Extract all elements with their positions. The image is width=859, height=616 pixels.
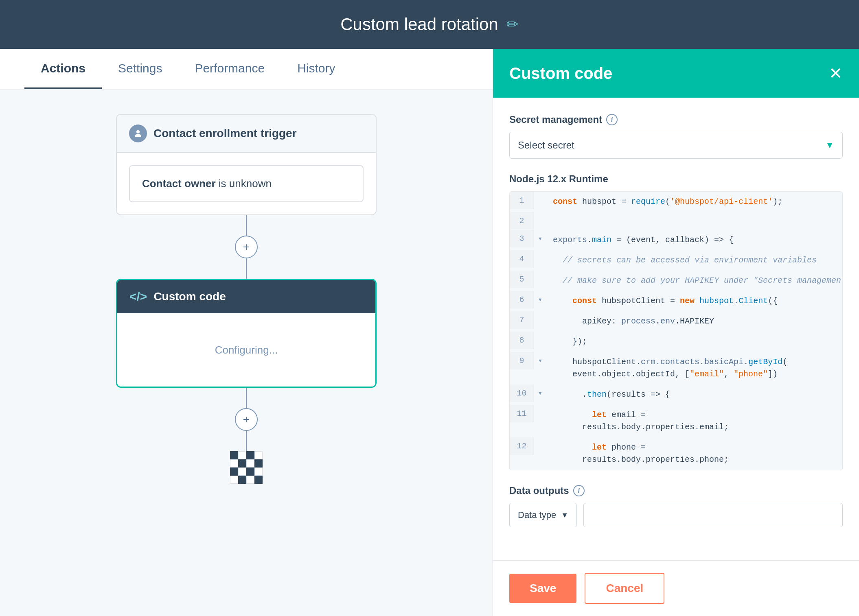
- right-panel-title: Custom code: [509, 64, 612, 83]
- secret-info-icon[interactable]: i: [606, 114, 618, 125]
- cancel-button[interactable]: Cancel: [585, 573, 664, 604]
- add-button-1[interactable]: +: [235, 236, 258, 258]
- connector-line-1: [246, 215, 247, 236]
- code-line-2: 2: [510, 212, 842, 230]
- code-line-9: 9 ▾ hubspotClient.crm.contacts.basicApi.…: [510, 352, 842, 384]
- trigger-condition: Contact owner is unknown: [129, 165, 364, 202]
- end-flag: [230, 451, 263, 484]
- trigger-title: Contact enrollment trigger: [153, 127, 297, 140]
- workflow-container: Contact enrollment trigger Contact owner…: [104, 114, 389, 484]
- code-line-4: 4 // secrets can be accessed via environ…: [510, 250, 842, 271]
- runtime-label: Node.js 12.x Runtime: [509, 173, 843, 185]
- code-line-3: 3 ▾ exports.main = (event, callback) => …: [510, 230, 842, 250]
- code-line-12: 12 let phone = results.body.properties.p…: [510, 437, 842, 470]
- trigger-header: Contact enrollment trigger: [117, 115, 376, 153]
- data-outputs-label: Data outputs i: [509, 485, 843, 496]
- code-line-5: 5 // make sure to add your HAPIKEY under…: [510, 271, 842, 291]
- left-panel: Actions Settings Performance History: [0, 49, 493, 616]
- right-panel-footer: Save Cancel: [493, 560, 859, 616]
- custom-code-header: </> Custom code: [117, 280, 375, 313]
- code-line-7: 7 apiKey: process.env.HAPIKEY: [510, 311, 842, 332]
- contact-icon: [129, 125, 147, 142]
- custom-code-body: Configuring...: [117, 313, 375, 387]
- code-line-10: 10 ▾ .then(results => {: [510, 384, 842, 405]
- condition-suffix: is unknown: [216, 177, 272, 190]
- code-line-6: 6 ▾ const hubspotClient = new hubspot.Cl…: [510, 291, 842, 311]
- svg-point-0: [136, 130, 140, 133]
- add-button-2[interactable]: +: [235, 408, 258, 431]
- main-layout: Actions Settings Performance History: [0, 49, 859, 616]
- connector-line-4: [246, 431, 247, 451]
- save-button[interactable]: Save: [509, 574, 576, 603]
- data-type-input[interactable]: [583, 503, 843, 527]
- code-line-1: 1 const hubspot = require('@hubspot/api-…: [510, 192, 842, 212]
- trigger-body: Contact owner is unknown: [117, 153, 376, 214]
- code-icon: </>: [129, 290, 147, 304]
- page-title: Custom lead rotation: [340, 15, 498, 34]
- data-outputs-info-icon[interactable]: i: [573, 485, 585, 496]
- canvas-area: Contact enrollment trigger Contact owner…: [0, 90, 493, 616]
- custom-code-node[interactable]: </> Custom code Configuring...: [116, 279, 377, 388]
- right-panel-content: Secret management i Select secret ▼ Node…: [493, 98, 859, 560]
- top-header: Custom lead rotation ✏: [0, 0, 859, 49]
- code-editor[interactable]: 1 const hubspot = require('@hubspot/api-…: [509, 191, 843, 470]
- connector-line-2: [246, 258, 247, 279]
- condition-text: Contact owner: [142, 177, 216, 190]
- data-type-select[interactable]: Data type ▼: [509, 503, 577, 527]
- secret-management-label: Secret management i: [509, 114, 843, 125]
- data-type-arrow-icon: ▼: [561, 511, 568, 520]
- tab-actions[interactable]: Actions: [24, 49, 102, 89]
- secret-select[interactable]: Select secret ▼: [509, 132, 843, 159]
- code-line-11: 11 let email = results.body.properties.e…: [510, 405, 842, 437]
- custom-code-title: Custom code: [153, 290, 226, 303]
- dropdown-arrow-icon: ▼: [825, 140, 834, 151]
- tab-settings[interactable]: Settings: [102, 49, 178, 89]
- tab-performance[interactable]: Performance: [178, 49, 281, 89]
- configuring-text: Configuring...: [215, 344, 278, 356]
- tabs-bar: Actions Settings Performance History: [0, 49, 493, 90]
- right-panel-header: Custom code ✕: [493, 49, 859, 98]
- connector-line-3: [246, 388, 247, 408]
- trigger-node[interactable]: Contact enrollment trigger Contact owner…: [116, 114, 377, 215]
- close-button[interactable]: ✕: [829, 65, 843, 81]
- secret-placeholder: Select secret: [518, 140, 574, 151]
- edit-icon[interactable]: ✏: [506, 16, 519, 33]
- right-panel: Custom code ✕ Secret management i Select…: [493, 49, 859, 616]
- code-line-8: 8 });: [510, 332, 842, 352]
- data-outputs-row: Data type ▼: [509, 503, 843, 527]
- tab-history[interactable]: History: [281, 49, 351, 89]
